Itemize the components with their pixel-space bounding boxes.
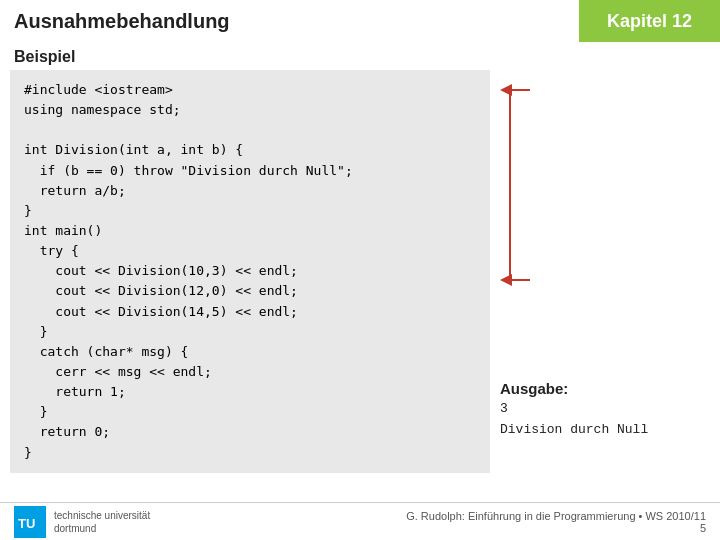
code-block: #include <iostream> using namespace std;… [10,70,490,473]
code-text: #include <iostream> using namespace std;… [24,80,476,463]
tu-logo-icon: TU [14,506,46,538]
right-panel: Ausgabe: 3 Division durch Null [490,70,710,473]
footer-citation: G. Rudolph: Einführung in die Programmie… [406,510,706,534]
svg-text:TU: TU [18,516,35,531]
bracket-annotation [500,70,700,360]
svg-marker-3 [500,84,512,96]
kapitel-badge: Kapitel 12 [579,0,720,42]
ausgabe-value: 3 Division durch Null [500,399,648,441]
page-footer: TU technische universität dortmund G. Ru… [0,502,720,540]
footer-left: TU technische universität dortmund [14,506,150,538]
ausgabe-label: Ausgabe: [500,380,648,397]
svg-marker-4 [500,274,512,286]
section-label: Beispiel [0,42,720,70]
page-header: Ausnahmebehandlung Kapitel 12 [0,0,720,42]
page-title: Ausnahmebehandlung [0,10,579,33]
footer-university: technische universität dortmund [54,509,150,535]
main-content: #include <iostream> using namespace std;… [0,70,720,473]
ausgabe-section: Ausgabe: 3 Division durch Null [500,380,648,441]
